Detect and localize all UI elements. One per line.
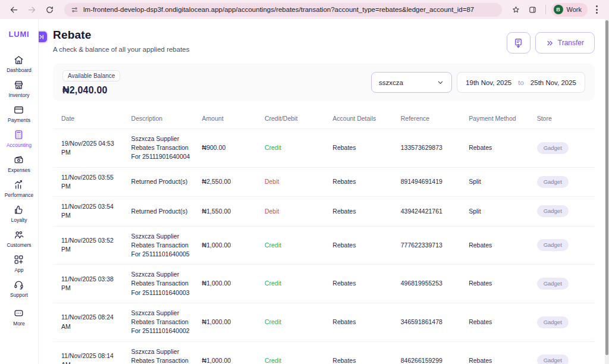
date-range-separator: to bbox=[518, 79, 524, 86]
cell-description: Sszxcza Supplier Rebates Transaction For… bbox=[127, 303, 197, 341]
date-range-picker[interactable]: 19th Nov, 2025 to 25th Nov, 2025 bbox=[457, 72, 585, 93]
cell-account-details: Rebates bbox=[328, 167, 395, 196]
sidebar-item-support[interactable]: Support bbox=[5, 279, 34, 298]
back-icon[interactable] bbox=[6, 2, 21, 17]
side-panel-icon[interactable] bbox=[526, 2, 540, 17]
forward-icon[interactable] bbox=[24, 2, 39, 17]
cell-store: Gadget bbox=[532, 265, 595, 303]
ellipsis-icon bbox=[13, 307, 24, 319]
document-download-icon bbox=[513, 37, 524, 49]
reload-icon[interactable] bbox=[42, 2, 57, 17]
address-bar[interactable]: lm-frontend-develop-dsp3f.ondigitalocean… bbox=[64, 3, 502, 17]
cell-amount: ₦1,000.00 bbox=[197, 265, 260, 303]
cell-description: Sszxcza Supplier Rebates Transaction For… bbox=[127, 226, 197, 265]
table-row: 11/Nov/2025 08:14 AMSszxcza Supplier Reb… bbox=[53, 341, 595, 364]
store-badge: Gadget bbox=[537, 354, 569, 364]
column-header: Credit/Debit bbox=[260, 109, 328, 129]
sidebar-item-inventory[interactable]: Inventory bbox=[5, 79, 34, 98]
cell-account-details: Rebates bbox=[328, 341, 395, 364]
available-balance-badge: Available Balance bbox=[62, 70, 120, 81]
table-row: 11/Nov/2025 03:52 PMSszxcza Supplier Reb… bbox=[53, 226, 595, 265]
sidebar-item-label: Support bbox=[10, 292, 28, 298]
credit-debit-label: Debit bbox=[265, 208, 280, 215]
cell-description: Sszxcza Supplier Rebates Transaction For… bbox=[127, 265, 197, 303]
browser-toolbar: lm-frontend-develop-dsp3f.ondigitalocean… bbox=[0, 0, 609, 19]
sidebar-item-accounting[interactable]: Accounting bbox=[5, 129, 34, 148]
column-header: Payment Method bbox=[464, 109, 532, 129]
column-header: Account Details bbox=[328, 109, 395, 129]
cell-reference: 777622339713 bbox=[396, 226, 464, 265]
sidebar-item-label: App bbox=[14, 267, 23, 273]
sidebar-toggle-button[interactable] bbox=[39, 30, 48, 43]
sidebar-item-expenses[interactable]: Expenses bbox=[5, 154, 34, 173]
thumbs-up-icon bbox=[13, 204, 24, 215]
sidebar-item-app[interactable]: App bbox=[5, 254, 34, 273]
page-header: Rebate A check & balance of all your app… bbox=[53, 29, 595, 54]
table-row: 11/Nov/2025 03:54 PMReturned Product(s)₦… bbox=[53, 197, 595, 226]
cell-credit-debit: Credit bbox=[260, 341, 328, 364]
sidebar-item-payments[interactable]: Payments bbox=[5, 104, 34, 123]
sidebar-item-label: More bbox=[13, 321, 24, 327]
cell-reference: 133573629873 bbox=[396, 129, 464, 168]
export-report-button[interactable] bbox=[507, 32, 530, 54]
cell-description: Returned Product(s) bbox=[127, 197, 197, 226]
browser-menu-icon[interactable] bbox=[590, 3, 603, 16]
store-badge: Gadget bbox=[537, 239, 569, 251]
column-header: Store bbox=[532, 109, 595, 129]
storefront-icon bbox=[13, 79, 24, 90]
sidebar-item-performance[interactable]: Performance bbox=[5, 179, 34, 198]
credit-debit-label: Credit bbox=[265, 144, 281, 151]
sidebar-item-dashboard[interactable]: Dashboard bbox=[5, 54, 34, 73]
main-content: Rebate A check & balance of all your app… bbox=[39, 19, 609, 364]
table-row: 11/Nov/2025 03:55 PMReturned Product(s)₦… bbox=[53, 167, 595, 196]
cell-date: 11/Nov/2025 08:14 AM bbox=[53, 341, 127, 364]
transfer-button[interactable]: Transfer bbox=[535, 32, 595, 54]
profile-avatar: B bbox=[554, 5, 563, 14]
lumi-logo: LUMI bbox=[9, 30, 30, 39]
sidebar-item-more[interactable]: More bbox=[5, 307, 34, 327]
cell-payment-method: Split bbox=[464, 197, 532, 226]
cell-date: 19/Nov/2025 04:53 PM bbox=[53, 129, 127, 168]
cell-credit-debit: Credit bbox=[260, 129, 328, 168]
chevron-down-icon bbox=[437, 79, 444, 86]
cell-payment-method: Rebates bbox=[464, 265, 532, 303]
cell-amount: ₦1,000.00 bbox=[197, 341, 260, 364]
date-from: 19th Nov, 2025 bbox=[466, 79, 511, 86]
cell-credit-debit: Debit bbox=[260, 167, 328, 196]
cell-description: Sszxcza Supplier Rebates Transaction For… bbox=[127, 341, 197, 364]
bookmark-star-icon[interactable] bbox=[509, 2, 523, 17]
cell-amount: ₦1,000.00 bbox=[197, 303, 260, 341]
credit-debit-label: Credit bbox=[265, 241, 281, 249]
headset-icon bbox=[13, 279, 24, 290]
cell-credit-debit: Debit bbox=[260, 197, 328, 226]
account-select[interactable]: sszxcza bbox=[371, 72, 452, 93]
toolbar-divider bbox=[545, 5, 546, 14]
store-badge: Gadget bbox=[537, 142, 569, 154]
home-icon bbox=[13, 54, 24, 65]
cell-amount: ₦1,000.00 bbox=[197, 226, 260, 265]
cell-credit-debit: Credit bbox=[260, 226, 328, 265]
sidebar: LUMI DashboardInventoryPaymentsAccountin… bbox=[0, 19, 39, 364]
sidebar-item-label: Dashboard bbox=[7, 67, 32, 73]
cell-reference: 846266159299 bbox=[396, 341, 464, 364]
sidebar-item-label: Accounting bbox=[7, 142, 32, 148]
money-icon bbox=[13, 154, 24, 165]
scrollbar-thumb[interactable] bbox=[605, 20, 608, 355]
store-badge: Gadget bbox=[537, 316, 569, 328]
cell-reference: 346591861478 bbox=[396, 303, 464, 341]
cell-payment-method: Rebates bbox=[464, 226, 532, 265]
cell-date: 11/Nov/2025 03:38 PM bbox=[53, 265, 127, 303]
cell-store: Gadget bbox=[532, 129, 595, 168]
date-to: 25th Nov, 2025 bbox=[530, 79, 576, 86]
sidebar-item-customers[interactable]: Customers bbox=[5, 229, 34, 248]
sidebar-item-loyalty[interactable]: Loyalty bbox=[5, 204, 34, 223]
table-row: 11/Nov/2025 03:38 PMSszxcza Supplier Reb… bbox=[53, 265, 595, 303]
cell-credit-debit: Credit bbox=[260, 303, 328, 341]
calculator-icon bbox=[13, 129, 24, 140]
profile-chip[interactable]: B Work bbox=[551, 3, 588, 17]
cell-payment-method: Rebates bbox=[464, 341, 532, 364]
cell-reference: 496819955253 bbox=[396, 265, 464, 303]
cell-account-details: Rebates bbox=[328, 265, 395, 303]
credit-debit-label: Debit bbox=[265, 178, 280, 185]
page-scrollbar bbox=[605, 19, 609, 364]
